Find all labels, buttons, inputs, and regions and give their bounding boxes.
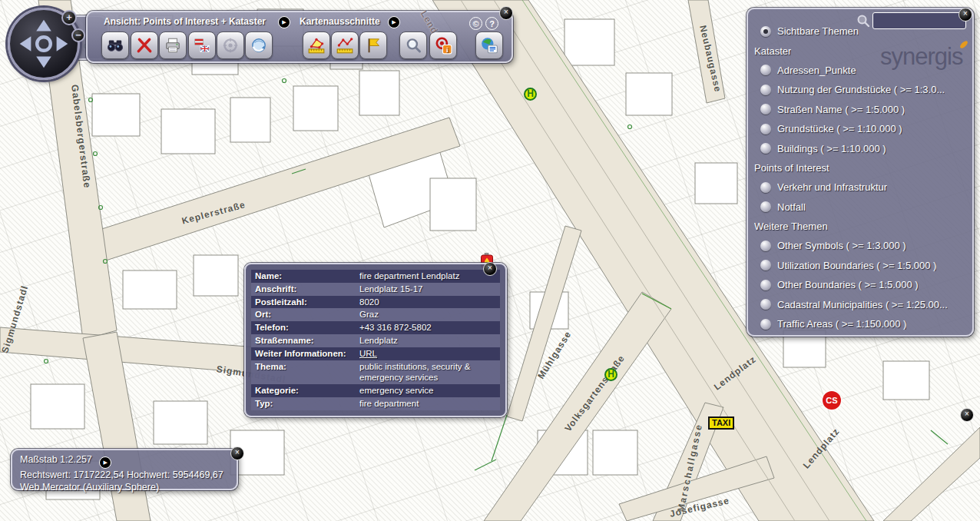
radio-icon[interactable] — [760, 143, 771, 154]
radio-icon[interactable] — [760, 65, 771, 75]
popup-row: Kategorie:emergency service — [251, 384, 500, 397]
main-toolbar: Ansicht: Points of Interest + Kataster ▶… — [86, 11, 513, 63]
layer-option-cadastral-municipalities[interactable]: Cadastral Municipalities ( >= 1:25.00... — [748, 294, 972, 314]
identify-button[interactable]: i — [429, 32, 457, 59]
url-link[interactable]: URL — [359, 349, 377, 358]
zoom-out-button[interactable]: − — [71, 28, 85, 42]
popup-row: Typ:fire department — [251, 397, 500, 410]
radio-icon[interactable] — [760, 104, 771, 114]
measure-area-button[interactable] — [303, 32, 330, 59]
zoom-window-button[interactable] — [399, 32, 427, 59]
print-button[interactable] — [159, 32, 187, 59]
report-button[interactable] — [475, 32, 503, 59]
radio-icon[interactable] — [760, 260, 771, 270]
scale-panel-close-button[interactable]: × — [230, 446, 244, 460]
scale-line: Maßstab 1:2.257 ▶ — [20, 453, 237, 469]
layer-option-buildings[interactable]: Buildings ( >= 1:10.000 ) — [748, 138, 972, 158]
map-extents-title[interactable]: Kartenausschnitte — [300, 16, 380, 27]
layer-option-utilization-boundaries[interactable]: Utilization Boundaries ( >= 1:5.000 ) — [748, 256, 972, 275]
popup-row: Straßenname:Lendplatz — [251, 334, 500, 347]
popup-row: Anschrift:Lendplatz 15-17 — [251, 283, 500, 296]
bus-stop-marker[interactable]: H — [604, 368, 617, 381]
radio-icon[interactable] — [760, 280, 771, 290]
popup-row: Name:fire department Lendplatz — [251, 270, 500, 283]
layer-option-adressen-punkte[interactable]: Adressen_Punkte — [748, 61, 972, 80]
layer-search-input[interactable] — [872, 12, 966, 29]
scale-panel: Maßstab 1:2.257 ▶ Rechtswert: 1717222,54… — [11, 449, 238, 490]
measure-distance-button[interactable] — [331, 32, 359, 59]
layer-option-strassen-name[interactable]: Straßen Name ( >= 1:5.000 ) — [748, 100, 972, 119]
toolbar-close-button[interactable]: × — [499, 6, 513, 20]
radio-icon[interactable] — [760, 241, 771, 251]
north-arrow-button[interactable] — [217, 32, 244, 59]
layer-option-grundstuecke[interactable]: Grundstücke ( >= 1:10.000 ) — [748, 119, 972, 138]
zoom-in-button[interactable]: + — [61, 10, 77, 25]
projection-text: Web Mercator (Auxiliary Sphere) — [20, 481, 237, 493]
overview-close-button[interactable]: × — [960, 408, 974, 422]
layers-panel: synergis Sichtbare Themen Kataster Adres… — [747, 8, 974, 337]
radio-icon[interactable] — [760, 182, 771, 193]
radio-icon[interactable] — [760, 85, 771, 95]
layer-group-points-of-interest: Points of Interest — [748, 158, 972, 178]
layer-group-kataster: Kataster — [748, 41, 972, 60]
layer-group-weitere-themen: Weitere Themen — [748, 217, 972, 236]
scale-menu-arrow-icon[interactable]: ▶ — [99, 456, 111, 469]
popup-row: Weiter Informationen:URL — [251, 347, 500, 360]
globe-document-icon — [480, 36, 498, 55]
radio-icon[interactable] — [760, 299, 771, 310]
popup-close-button[interactable]: × — [483, 262, 497, 276]
popup-row: Postleitzahl:8020 — [251, 296, 500, 309]
layer-option-other-boundaries[interactable]: Other Boundaries ( >= 1:5.000 ) — [748, 275, 972, 294]
compass-icon — [221, 36, 240, 55]
scale-text: Maßstab 1:2.257 — [20, 454, 92, 465]
search-icon[interactable] — [856, 13, 871, 28]
layer-option-other-symbols[interactable]: Other Symbols ( >= 1:3.000 ) — [748, 236, 972, 255]
layer-option-verkehr[interactable]: Verkehr und Infrastruktur — [748, 178, 972, 197]
carsharing-marker[interactable]: CS — [823, 391, 841, 410]
layer-option-nutzung[interactable]: Nutzung der Grundstücke ( >= 1:3.0... — [748, 80, 972, 99]
flag-icon — [364, 36, 382, 55]
printer-icon — [164, 36, 182, 55]
refresh-button[interactable] — [245, 32, 273, 59]
flags-austria-uk-icon — [193, 36, 211, 55]
binoculars-icon — [106, 36, 124, 55]
view-menu-title[interactable]: Ansicht: Points of Interest + Kataster — [104, 16, 266, 27]
measure-area-icon — [307, 36, 326, 55]
popup-row: Thema:public institutions, security & em… — [251, 360, 500, 385]
layer-option-notfall[interactable]: Notfall — [748, 197, 972, 217]
radio-icon[interactable] — [760, 319, 771, 330]
identify-info-icon: i — [434, 36, 452, 55]
language-button[interactable] — [188, 32, 216, 59]
view-menu-arrow-icon[interactable]: ▶ — [278, 16, 290, 28]
copyright-icon[interactable]: © — [469, 17, 482, 30]
coordinates-text: Rechtswert: 1717222,54 Hochwert: 5954469… — [20, 469, 237, 481]
popup-row: Telefon:+43 316 872-5802 — [251, 321, 500, 334]
radio-icon[interactable] — [760, 124, 771, 134]
globe-refresh-icon — [250, 36, 268, 55]
bus-stop-marker[interactable]: H — [524, 88, 537, 101]
taxi-stand-marker[interactable]: TAXI — [708, 416, 734, 430]
measure-distance-icon — [336, 36, 354, 55]
identify-result-popup: Name:fire department Lendplatz Anschrift… — [244, 263, 507, 417]
layers-panel-close-button[interactable]: × — [958, 8, 972, 22]
radio-icon[interactable] — [760, 201, 771, 212]
svg-text:i: i — [446, 46, 449, 54]
webgis-app: { "window": {"close_label": "×", "copyri… — [0, 0, 980, 521]
layer-list: Sichtbare Themen Kataster Adressen_Punkt… — [748, 22, 972, 334]
magnifier-icon — [404, 36, 422, 55]
search-button[interactable] — [101, 32, 129, 59]
help-icon[interactable]: ? — [485, 17, 498, 30]
clear-selection-button[interactable] — [131, 32, 158, 59]
radio-selected-icon[interactable] — [760, 26, 771, 37]
redlining-button[interactable] — [359, 32, 387, 59]
map-extents-arrow-icon[interactable]: ▶ — [388, 16, 400, 28]
popup-row: Ort:Graz — [251, 308, 500, 321]
red-x-icon — [135, 36, 154, 55]
layer-option-traffic-areas[interactable]: Traffic Areas ( >= 1:150.000 ) — [748, 314, 972, 334]
